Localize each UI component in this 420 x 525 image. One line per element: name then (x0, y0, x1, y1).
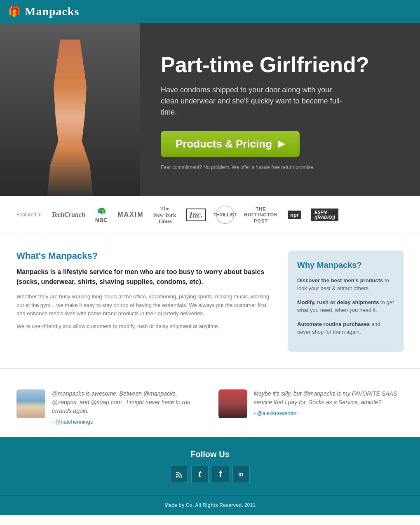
testimonial-1-link[interactable]: @natehennings (55, 419, 93, 425)
logo-espn: ESPN((RADIO)) (311, 209, 338, 221)
main-description-bold: Manpacks is a lifestyle service for men … (16, 267, 272, 287)
why-item-3: Automate routine purchases and never sho… (297, 320, 394, 336)
hero-model-image (0, 23, 140, 196)
testimonial-2-text: Maybe it's silly, but @manpacks is my FA… (254, 389, 404, 407)
hero-section: Part-time Girlfriend? Have condoms shipp… (0, 23, 420, 196)
avatar-1 (16, 389, 45, 418)
nbc-peacock-icon: 🦚 (97, 206, 106, 216)
hero-footnote: Fear commitment? No problem. We offer a … (161, 164, 399, 170)
why-title: Why Manpacks? (297, 260, 394, 270)
logo-icon: 🎁 (8, 6, 21, 17)
why-item-1: Discover the best men's products to look… (297, 277, 394, 293)
testimonial-1-content: @manpacks is awesome. Between @manpacks,… (52, 389, 202, 425)
main-description-1: Whether they are busy working long hours… (16, 293, 272, 318)
why-item-1-bold: Discover the best men's products (297, 277, 383, 284)
cta-arrow: ▶ (278, 138, 285, 149)
logo-thrillist: THRILLIST (216, 206, 234, 224)
footer-bottom: Made by Co. All Rights Reserved. 2011 (0, 495, 420, 515)
nbc-text: NBC (95, 217, 108, 223)
linkedin-icon[interactable]: in (232, 466, 250, 483)
twitter-letter: t (198, 469, 201, 479)
logo-maxim: MAXIM (117, 211, 143, 218)
cta-button[interactable]: Products & Pricing ▶ (161, 131, 300, 157)
why-item-2-bold: Modify, rush or delay shipments (297, 299, 379, 305)
logo-nbc: 🦚 NBC (95, 206, 108, 223)
testimonial-1-author: - @natehennings (52, 419, 202, 425)
avatar-image-2 (218, 389, 247, 418)
testimonial-1: @manpacks is awesome. Between @manpacks,… (16, 389, 202, 425)
avatar-image-1 (16, 389, 45, 418)
cta-label: Products & Pricing (176, 138, 272, 150)
rss-icon[interactable] (171, 466, 188, 483)
testimonial-1-text: @manpacks is awesome. Between @manpacks,… (52, 389, 202, 415)
social-icons: t f in (16, 466, 404, 483)
hero-image (0, 23, 140, 196)
logo-npr: npr (288, 211, 301, 219)
logo-inc: Inc. (186, 209, 206, 221)
hero-subtitle: Have condoms shipped to your door along … (161, 84, 350, 118)
testimonials-section: @manpacks is awesome. Between @manpacks,… (0, 377, 420, 437)
why-item-3-bold: Automate routine purchases (297, 321, 370, 327)
testimonial-2-author: - @alexknowshtml (254, 410, 404, 416)
main-content: What's Manpacks? Manpacks is a lifestyle… (0, 234, 420, 360)
facebook-icon[interactable]: f (212, 466, 229, 483)
featured-label: Featured in (16, 212, 42, 218)
why-box: Why Manpacks? Discover the best men's pr… (288, 251, 404, 352)
logo-nytimes: TheNew YorkTimes (153, 205, 176, 225)
featured-section: Featured in TechCrunch 🦚 NBC MAXIM TheNe… (0, 196, 420, 234)
footer-social: Follow Us t f in (0, 437, 420, 495)
follow-title: Follow Us (16, 450, 404, 459)
main-left: What's Manpacks? Manpacks is a lifestyle… (16, 251, 272, 352)
site-header: 🎁 Manpacks (0, 0, 420, 23)
whats-manpacks-title: What's Manpacks? (16, 251, 272, 261)
facebook-letter: f (219, 469, 222, 479)
main-right: Why Manpacks? Discover the best men's pr… (288, 251, 404, 352)
twitter-icon[interactable]: t (191, 466, 209, 483)
testimonial-2-content: Maybe it's silly, but @manpacks is my FA… (254, 389, 404, 416)
avatar-2 (218, 389, 247, 418)
logo-text: Manpacks (25, 5, 79, 18)
testimonial-2-link[interactable]: @alexknowshtml (257, 410, 297, 416)
main-description-2: We're user-friendly and allow customers … (16, 322, 272, 331)
linkedin-letter: in (238, 471, 243, 478)
logo-techcrunch: TechCrunch (52, 211, 85, 218)
hero-title: Part-time Girlfriend? (161, 53, 399, 77)
divider (0, 368, 420, 369)
svg-point-0 (176, 476, 178, 478)
testimonial-2: Maybe it's silly, but @manpacks is my FA… (218, 389, 404, 425)
logo-huffpost: THEHUFFINGTONPOST (244, 206, 278, 224)
hero-content: Part-time Girlfriend? Have condoms shipp… (140, 23, 420, 196)
why-item-2: Modify, rush or delay shipments to get w… (297, 298, 394, 314)
footer-copy: Made by Co. All Rights Reserved. 2011 (16, 502, 404, 508)
